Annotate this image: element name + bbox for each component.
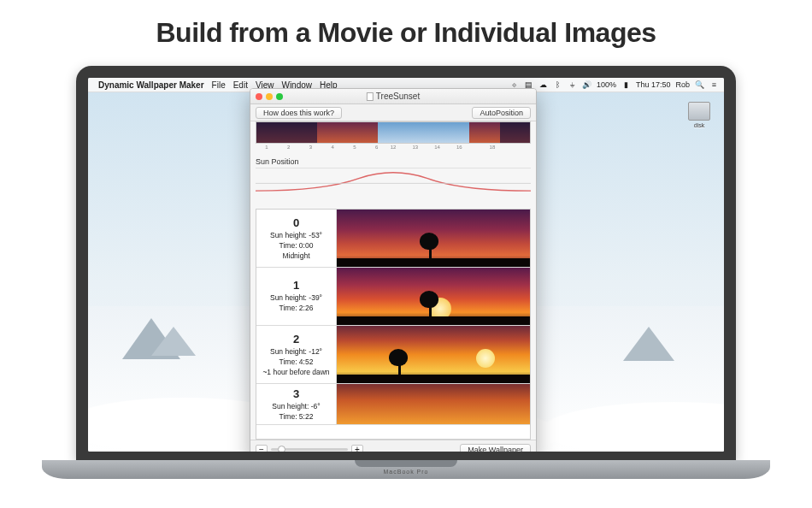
siri-icon[interactable]: ≡ xyxy=(709,80,719,89)
frame-thumbnail[interactable] xyxy=(337,268,530,325)
frame-note: ~1 hour before dawn xyxy=(262,368,329,376)
sun-position-label: Sun Position xyxy=(250,155,536,168)
menu-edit[interactable]: Edit xyxy=(233,80,248,90)
frame-sun-height: Sun height: -6° xyxy=(272,402,320,411)
make-wallpaper-button[interactable]: Make Wallpaper xyxy=(460,444,531,452)
menubar-app-name[interactable]: Dynamic Wallpaper Maker xyxy=(98,80,204,90)
frame-time: Time: 4:52 xyxy=(279,357,314,366)
zoom-track[interactable] xyxy=(271,448,348,451)
frame-time: Time: 5:22 xyxy=(279,412,314,421)
minimize-icon[interactable] xyxy=(266,93,273,100)
frame-row[interactable]: 0 Sun height: -53° Time: 0:00 Midnight xyxy=(256,210,530,268)
battery-icon: ▮ xyxy=(621,80,631,89)
zoom-slider[interactable]: − + xyxy=(256,445,363,452)
frame-row[interactable]: 2 Sun height: -12° Time: 4:52 ~1 hour be… xyxy=(256,326,530,384)
how-does-this-work-button[interactable]: How does this work? xyxy=(256,107,342,119)
bluetooth-icon[interactable]: ᛒ xyxy=(553,80,562,89)
frame-time: Time: 0:00 xyxy=(279,241,314,250)
user-name[interactable]: Rob xyxy=(675,80,690,89)
cloud-icon[interactable]: ☁ xyxy=(538,80,548,89)
frame-row[interactable]: 3 Sun height: -6° Time: 5:22 xyxy=(256,384,530,425)
laptop-frame: Dynamic Wallpaper Maker File Edit View W… xyxy=(76,66,736,479)
frame-thumbnail[interactable] xyxy=(337,210,530,267)
spotlight-icon[interactable]: 🔍 xyxy=(695,80,704,89)
frame-index: 3 xyxy=(293,387,299,400)
window-title: TreeSunset xyxy=(367,92,420,101)
frame-index: 2 xyxy=(293,333,299,346)
frame-list[interactable]: 0 Sun height: -53° Time: 0:00 Midnight xyxy=(256,209,531,440)
frame-index: 0 xyxy=(293,216,299,229)
frame-time: Time: 2:26 xyxy=(279,304,314,312)
battery-status[interactable]: 100% xyxy=(597,80,616,89)
app-window: TreeSunset How does this work? AutoPosit… xyxy=(250,88,537,452)
sun-position-curve xyxy=(256,168,531,193)
marketing-headline: Build from a Movie or Individual Images xyxy=(0,0,812,59)
timeline-thumbnails[interactable] xyxy=(256,121,531,144)
zoom-out-button[interactable]: − xyxy=(256,445,268,452)
wifi-icon[interactable]: ⏚ xyxy=(568,80,577,89)
zoom-icon[interactable] xyxy=(276,93,283,100)
frame-thumbnail[interactable] xyxy=(337,384,530,424)
frame-index: 1 xyxy=(293,279,299,292)
desktop-disk-icon[interactable]: disk xyxy=(685,102,714,136)
frame-sun-height: Sun height: -53° xyxy=(270,231,322,239)
window-titlebar[interactable]: TreeSunset xyxy=(250,89,536,104)
document-icon xyxy=(367,92,374,101)
desktop-screen: Dynamic Wallpaper Maker File Edit View W… xyxy=(88,78,724,452)
laptop-base: MacBook Pro xyxy=(42,460,770,479)
frame-note: Midnight xyxy=(282,251,309,260)
volume-icon[interactable]: 🔊 xyxy=(582,80,591,89)
frame-thumbnail[interactable] xyxy=(337,326,530,383)
frame-sun-height: Sun height: -39° xyxy=(270,293,322,302)
menu-file[interactable]: File xyxy=(212,80,226,90)
time-ruler: 123 456 121314 1618 xyxy=(256,145,531,155)
frame-row[interactable]: 1 Sun height: -39° Time: 2:26 xyxy=(256,268,530,326)
frame-sun-height: Sun height: -12° xyxy=(270,347,322,356)
zoom-in-button[interactable]: + xyxy=(351,445,363,452)
close-icon[interactable] xyxy=(256,93,262,100)
autoposition-button[interactable]: AutoPosition xyxy=(472,107,531,119)
clock[interactable]: Thu 17:50 xyxy=(636,80,671,89)
